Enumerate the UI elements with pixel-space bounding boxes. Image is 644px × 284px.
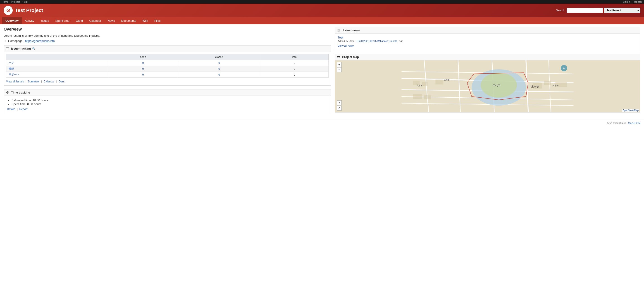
spent-time: Spent time: 8.00 hours [12, 102, 328, 106]
issue-type-support: サポート [6, 72, 108, 78]
clock-icon: ⏱ [6, 91, 9, 94]
latest-news-body: Test Added by User [10/20/2021 08:18 AM]… [335, 34, 640, 50]
issue-type-feature-link[interactable]: 機能 [8, 67, 14, 70]
issue-tracking-body: open closed Total バグ 9 0 9 機 [4, 52, 331, 85]
logo-icon: ⊙ [4, 6, 13, 15]
issue-tracking-title: Issue tracking [11, 47, 31, 50]
separator: | [17, 108, 18, 111]
issue-tracking-icon [6, 47, 9, 50]
search-input[interactable] [566, 8, 603, 13]
summary-link[interactable]: Summary [28, 80, 39, 83]
time-tracking-body: Estimated time: 18.00 hours Spent time: … [4, 96, 331, 113]
project-map-box: 🗺 Project Map [335, 54, 640, 113]
time-tracking-box: ⏱ Time tracking Estimated time: 18.00 ho… [4, 89, 331, 113]
homepage-list: Homepage: https://georepublic.info [8, 39, 331, 43]
map-container: 千代田 東京都 六本木 二番町 日本橋 ⊕ + − ⌖ ⤢ [335, 60, 640, 112]
latest-news-header: 📰 Latest news [335, 27, 640, 34]
project-map-title: Project Map [342, 55, 359, 59]
locate-button[interactable]: ⌖ [337, 100, 342, 105]
latest-news-box: 📰 Latest news Test Added by User [10/20/… [335, 27, 640, 50]
separator: | [56, 80, 58, 83]
homepage-label: Homepage: [8, 39, 23, 43]
issue-open-feature: 0 [108, 66, 178, 72]
nav-documents[interactable]: Documents [118, 17, 140, 24]
issue-type-support-link[interactable]: サポート [8, 73, 20, 76]
issue-closed-support: 0 [178, 72, 260, 78]
report-link[interactable]: Report [19, 108, 28, 111]
search-label: Search: [556, 9, 565, 12]
homepage-url[interactable]: https://georepublic.info [25, 39, 55, 43]
col-total: Total [260, 54, 328, 60]
nav-overview[interactable]: Overview [2, 17, 22, 24]
top-bar-nav: Home Projects Help [2, 1, 30, 3]
view-all-issues-link[interactable]: View all issues [6, 80, 24, 83]
issue-type-bug: バグ [6, 60, 108, 66]
sign-in-link[interactable]: Sign in [623, 1, 630, 3]
right-column: 📰 Latest news Test Added by User [10/20/… [335, 27, 640, 117]
content: Overview Lorem Ipsum is simply dummy tex… [0, 24, 644, 120]
news-item-title[interactable]: Test [338, 36, 638, 39]
calendar-link[interactable]: Calendar [44, 80, 54, 83]
zoom-out-button[interactable]: − [337, 67, 342, 72]
zoom-in-button[interactable]: + [337, 62, 342, 67]
geojson-link[interactable]: GeoJSON [628, 122, 640, 125]
nav-files[interactable]: Files [151, 17, 164, 24]
issue-table: open closed Total バグ 9 0 9 機 [6, 54, 328, 78]
map-svg: 千代田 東京都 六本木 二番町 日本橋 ⊕ [335, 60, 640, 112]
table-row: サポート 0 0 0 [6, 72, 328, 78]
col-open: open [108, 54, 178, 60]
nav-gantt[interactable]: Gantt [73, 17, 86, 24]
nav-activity[interactable]: Activity [22, 17, 37, 24]
issue-tracking-links: View all issues | Summary | Calendar | G… [6, 80, 328, 83]
nav-issues[interactable]: Issues [37, 17, 52, 24]
nav-wiki[interactable]: Wiki [140, 17, 152, 24]
issue-type-feature: 機能 [6, 66, 108, 72]
main-nav: Overview Activity Issues Spent time Gant… [0, 17, 644, 24]
nav-calendar[interactable]: Calendar [86, 17, 104, 24]
estimated-time: Estimated time: 18.00 hours [12, 99, 328, 102]
openstreetmap-link[interactable]: OpenStreetMap [622, 109, 638, 112]
home-link[interactable]: Home [2, 1, 8, 3]
issue-open-bug: 9 [108, 60, 178, 66]
details-link[interactable]: Details [7, 108, 16, 111]
latest-news-title: Latest news [343, 29, 360, 32]
svg-rect-20 [413, 94, 422, 99]
issue-total-bug: 9 [260, 60, 328, 66]
svg-text:千代田: 千代田 [493, 84, 500, 87]
gantt-link[interactable]: Gantt [58, 80, 65, 83]
svg-rect-21 [424, 95, 431, 99]
svg-rect-16 [436, 80, 444, 85]
issue-type-bug-link[interactable]: バグ [8, 61, 14, 64]
project-select[interactable]: Test Project [604, 8, 640, 13]
separator: | [41, 80, 42, 83]
header: ⊙ Test Project Search: Test Project [0, 4, 644, 17]
news-date: [10/20/2021 08:18 AM] about 1 month [356, 40, 397, 42]
news-meta: Added by User [10/20/2021 08:18 AM] abou… [338, 40, 638, 42]
nav-spent-time[interactable]: Spent time [52, 17, 73, 24]
register-link[interactable]: Register [633, 1, 642, 3]
magnify-icon[interactable]: 🔍 [32, 47, 36, 50]
left-column: Overview Lorem Ipsum is simply dummy tex… [4, 27, 331, 117]
issue-closed-feature: 0 [178, 66, 260, 72]
issue-tracking-box: Issue tracking 🔍 open closed Total [4, 45, 331, 86]
news-meta-prefix: Added by User [338, 40, 354, 42]
logo-area: ⊙ Test Project [4, 6, 43, 15]
newspaper-icon: 📰 [337, 29, 340, 32]
svg-text:六本木: 六本木 [416, 85, 423, 87]
footer: Also available in: GeoJSON [0, 120, 644, 127]
map-controls: + − [337, 62, 342, 72]
help-link[interactable]: Help [22, 1, 28, 3]
nav-news[interactable]: News [104, 17, 118, 24]
svg-rect-15 [422, 82, 428, 86]
news-meta-suffix: ago [399, 40, 403, 42]
fullscreen-button[interactable]: ⤢ [337, 106, 342, 111]
search-area: Search: Test Project [556, 8, 640, 13]
svg-text:日本橋: 日本橋 [552, 85, 558, 87]
col-type [6, 54, 108, 60]
svg-text:二番町: 二番町 [444, 79, 450, 81]
view-all-news-link[interactable]: View all news [338, 44, 354, 48]
project-map-header: 🗺 Project Map [335, 54, 640, 60]
top-bar: Home Projects Help Sign in Register [0, 0, 644, 4]
projects-link[interactable]: Projects [11, 1, 20, 3]
table-row: バグ 9 0 9 [6, 60, 328, 66]
